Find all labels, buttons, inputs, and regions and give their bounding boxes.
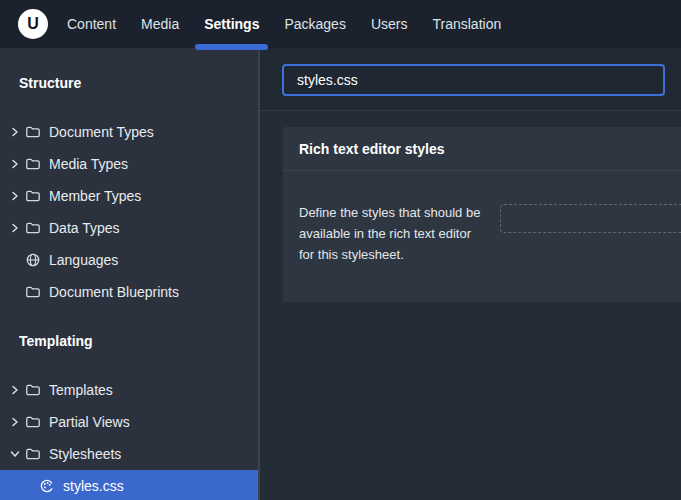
umbraco-logo[interactable]: U — [18, 9, 48, 39]
chevron-right-icon[interactable] — [8, 189, 22, 203]
palette-icon — [39, 478, 55, 494]
umbraco-logo-letter: U — [27, 15, 39, 33]
property-description: Define the styles that should be availab… — [299, 202, 477, 265]
folder-icon — [25, 284, 41, 300]
folder-icon — [25, 188, 41, 204]
sidebar-item-stylesheets[interactable]: Stylesheets — [0, 438, 258, 470]
globe-icon — [25, 252, 41, 268]
tab-content[interactable]: Content — [67, 0, 116, 48]
folder-icon — [25, 220, 41, 236]
tab-media[interactable]: Media — [141, 0, 179, 48]
add-style-dropzone[interactable] — [500, 204, 681, 233]
panel-title: Rich text editor styles — [283, 127, 681, 171]
chevron-down-icon[interactable] — [8, 447, 22, 461]
chevron-right-icon[interactable] — [8, 383, 22, 397]
folder-icon — [25, 446, 41, 462]
sidebar-item-document-blueprints[interactable]: Document Blueprints — [0, 276, 258, 308]
tree-section-templating: Templating — [0, 308, 258, 374]
sidebar-item-member-types[interactable]: Member Types — [0, 180, 258, 212]
sidebar-item-data-types[interactable]: Data Types — [0, 212, 258, 244]
folder-icon — [25, 124, 41, 140]
folder-icon — [25, 414, 41, 430]
stylesheet-editor: Rich text editor styles Define the style… — [260, 48, 681, 500]
rich-text-editor-styles-panel: Rich text editor styles Define the style… — [283, 127, 681, 302]
folder-icon — [25, 382, 41, 398]
sidebar-item-media-types[interactable]: Media Types — [0, 148, 258, 180]
tab-settings[interactable]: Settings — [204, 0, 259, 48]
tree-section-structure: Structure — [0, 48, 258, 116]
sidebar-item-document-types[interactable]: Document Types — [0, 116, 258, 148]
sidebar-item-templates[interactable]: Templates — [0, 374, 258, 406]
section-tabs: Content Media Settings Packages Users Tr… — [67, 0, 501, 48]
tab-packages[interactable]: Packages — [284, 0, 345, 48]
chevron-right-icon[interactable] — [8, 157, 22, 171]
folder-icon — [25, 156, 41, 172]
sidebar-item-languages[interactable]: Languages — [0, 244, 258, 276]
editor-content-area: Rich text editor styles Define the style… — [260, 111, 681, 500]
tab-users[interactable]: Users — [371, 0, 408, 48]
settings-tree-sidebar: Structure Document Types Media Types Mem… — [0, 48, 260, 500]
chevron-right-icon[interactable] — [8, 415, 22, 429]
top-navigation: U Content Media Settings Packages Users … — [0, 0, 681, 48]
chevron-right-icon[interactable] — [8, 221, 22, 235]
tab-translation[interactable]: Translation — [432, 0, 501, 48]
sidebar-item-styles-css[interactable]: styles.css — [0, 470, 258, 500]
editor-name-bar — [260, 48, 681, 111]
stylesheet-name-input[interactable] — [282, 64, 665, 96]
chevron-right-icon[interactable] — [8, 125, 22, 139]
sidebar-item-partial-views[interactable]: Partial Views — [0, 406, 258, 438]
